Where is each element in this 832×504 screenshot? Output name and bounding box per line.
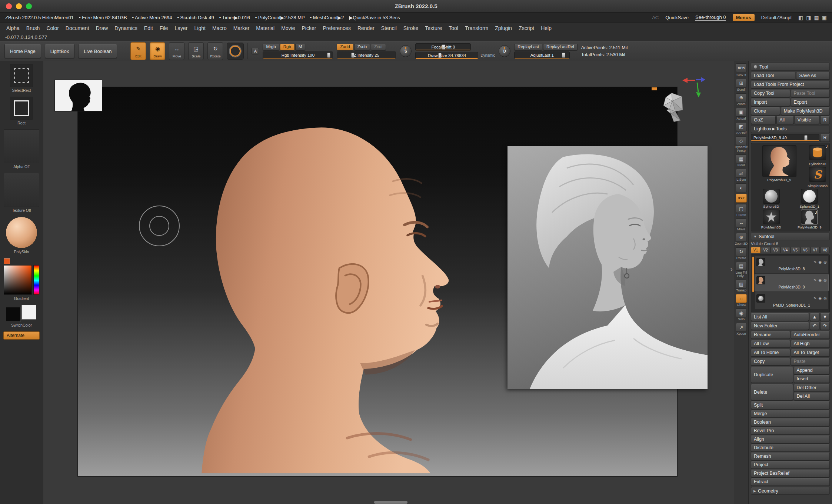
mrgb-button[interactable]: Mrgb (263, 44, 279, 50)
new-folder-button[interactable]: New Folder (751, 322, 809, 330)
stroke-s-dial[interactable]: S (400, 45, 412, 57)
replay-last-rel-button[interactable]: ReplayLastRel (543, 44, 578, 50)
save-as-button[interactable]: Save As (796, 72, 830, 80)
paste-tool-button[interactable]: Paste Tool (791, 90, 830, 97)
menus-button[interactable]: Menus (733, 14, 755, 21)
list-all-button[interactable]: List All (751, 313, 809, 321)
alpha-off-thumb[interactable] (4, 129, 39, 163)
alternate-button[interactable]: Alternate (3, 331, 40, 340)
lightbox-button[interactable]: LightBox (45, 44, 75, 58)
visibility-tab[interactable]: V6 (801, 247, 810, 253)
goz-r-button[interactable]: R (820, 116, 830, 124)
rotate-button[interactable]: ↻ Rotate (207, 42, 223, 60)
dynamic-toggle[interactable]: Dynamic (480, 53, 495, 57)
ac-toggle[interactable]: AC (652, 15, 659, 20)
goz-visible-button[interactable]: Visible (795, 116, 819, 124)
menu-item[interactable]: Texture (422, 23, 445, 33)
copy-subtool-button[interactable]: Copy (751, 358, 790, 366)
eye-all-icon[interactable]: ◎ (823, 260, 827, 264)
subtool-action-button[interactable]: Merge (751, 410, 830, 418)
bpr-button[interactable]: BPR (736, 63, 747, 72)
transparency-button[interactable]: ▨ Transp (736, 280, 747, 293)
menu-item[interactable]: Preferences (319, 23, 354, 33)
quicksave-button[interactable]: QuickSave (665, 15, 689, 20)
zadd-button[interactable]: Zadd (337, 44, 353, 50)
subtool-action-button[interactable]: Boolean (751, 418, 830, 426)
export-button[interactable]: Export (791, 99, 830, 106)
subtool-action-button[interactable]: Extract (751, 478, 830, 486)
scroll-button[interactable]: ⊞ Scroll (736, 79, 747, 92)
tool-r-button[interactable]: R (820, 134, 830, 142)
perspective-button[interactable]: ◇ Dynamic Persp (734, 136, 748, 153)
menu-item[interactable]: Brush (23, 23, 43, 33)
visibility-tab[interactable]: V8 (820, 247, 830, 253)
menu-item[interactable]: Stroke (400, 23, 422, 33)
rename-button[interactable]: Rename (751, 331, 790, 339)
reference-silhouette-thumb[interactable] (54, 80, 102, 111)
subtool-item[interactable]: ✎ ◉ ◎ PM3D_Sphere3D1_1 (755, 292, 828, 309)
menu-item[interactable]: Edit (141, 23, 156, 33)
eye-icon[interactable]: ◉ (819, 260, 822, 264)
subtool-action-button[interactable]: Distribute (751, 444, 830, 452)
polyskin-material-thumb[interactable] (6, 217, 37, 248)
all-low-button[interactable]: All Low (751, 340, 790, 348)
all-high-button[interactable]: All High (791, 340, 830, 348)
lightbox-tools-button[interactable]: Lightbox►Tools (751, 125, 830, 133)
menu-item[interactable]: Tool (445, 23, 462, 33)
z-intensity-slider[interactable]: Z Intensity 25 (337, 51, 396, 59)
all-to-home-button[interactable]: All To Home (751, 349, 790, 357)
solo-button[interactable]: ◉ Solo (736, 308, 747, 321)
load-tools-from-project-button[interactable]: Load Tools From Project (751, 81, 830, 89)
screen-layout-icon[interactable]: ▣ (822, 15, 827, 21)
eye-all-icon[interactable]: ◎ (823, 296, 827, 300)
dock-left-icon[interactable]: ◧ (798, 15, 803, 21)
zoom3d-button[interactable]: ⊕ Zoom3D (735, 233, 748, 246)
visibility-tab[interactable]: V4 (781, 247, 790, 253)
polymesh3d-9-thumb[interactable]: 3 (801, 210, 818, 224)
insert-button[interactable]: Insert (794, 375, 830, 383)
menu-item[interactable]: Macro (209, 23, 230, 33)
simplebrush-thumb[interactable]: S (809, 167, 826, 182)
axis-orientation-gizmo[interactable] (682, 76, 706, 100)
menu-item[interactable]: Help (538, 23, 555, 33)
hue-bar[interactable] (33, 265, 39, 295)
cylinder3d-thumb[interactable] (809, 145, 826, 160)
menu-item[interactable]: Dynamics (111, 23, 140, 33)
secondary-color-swatch[interactable] (6, 307, 21, 322)
color-picker[interactable] (4, 258, 39, 295)
visibility-tab[interactable]: V5 (791, 247, 800, 253)
del-other-button[interactable]: Del Other (794, 384, 830, 392)
paste-subtool-button[interactable]: Paste (791, 358, 830, 366)
subtool-action-button[interactable]: Project BasRelief (751, 470, 830, 477)
edit-button[interactable]: ✎ Edit (130, 42, 146, 60)
goz-all-button[interactable]: All (776, 116, 794, 124)
visibility-tab[interactable]: V3 (771, 247, 781, 253)
active-tool-slider[interactable]: PolyMesh3D_9 49 (751, 134, 819, 141)
floor-button[interactable]: ▦ Floor (736, 154, 747, 167)
default-zscript-button[interactable]: DefaultZScript (761, 15, 792, 20)
dock-right-icon[interactable]: ◨ (806, 15, 811, 21)
switch-color-widget[interactable] (4, 305, 39, 322)
horizontal-scrollbar-nub[interactable] (374, 501, 407, 504)
menu-item[interactable]: Draw (93, 23, 112, 33)
rotate-3d-button[interactable]: ↻ Rotate (736, 247, 747, 260)
canvas-area[interactable]: › (43, 61, 734, 504)
sculpted-head-model[interactable] (186, 116, 456, 477)
polyframe-button[interactable]: ▤ Line Fill PolyF (734, 262, 748, 278)
menu-item[interactable]: File (156, 23, 172, 33)
subtool-up-button[interactable]: ▲ (810, 313, 819, 321)
live-boolean-button[interactable]: Live Boolean (78, 44, 117, 58)
stroke-d-dial[interactable]: D (499, 45, 510, 57)
subtool-action-button[interactable]: Remesh (751, 453, 830, 460)
palette-grid-icon[interactable]: ▦ (814, 15, 819, 21)
menu-item[interactable]: Zscript (515, 23, 538, 33)
minimize-button[interactable] (16, 3, 22, 9)
selectrect-brush-thumb[interactable] (10, 64, 33, 87)
subtool-down-button[interactable]: ▼ (820, 313, 830, 321)
adjust-last-slider[interactable]: AdjustLast 1 (514, 51, 570, 59)
m-button[interactable]: M (295, 44, 306, 50)
geometry-section-header[interactable]: ▶ Geometry (751, 487, 830, 495)
eye-icon[interactable]: ◉ (819, 296, 822, 300)
primary-color-swatch[interactable] (21, 305, 36, 320)
tool-palette-header[interactable]: Tool (751, 63, 830, 71)
